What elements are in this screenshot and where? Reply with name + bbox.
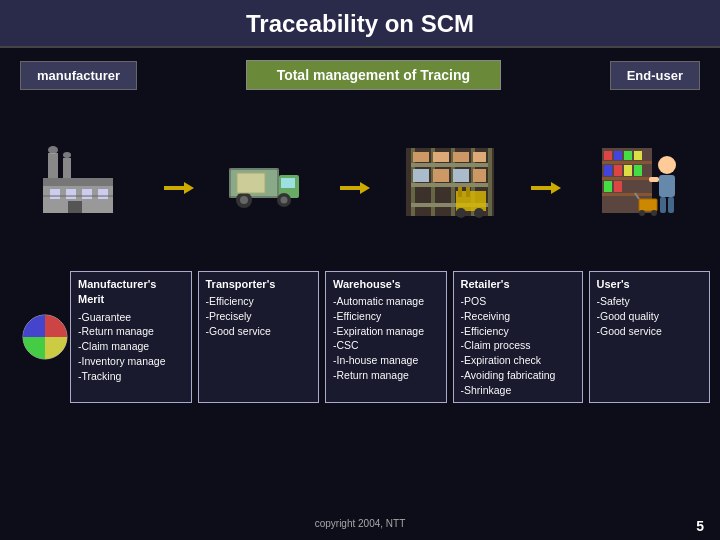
svg-rect-54 [604,165,612,176]
manufacturer-line-5: -Tracking [78,369,184,384]
header-row: manufacturer Total management of Tracing… [0,52,720,98]
arrow-1 [164,178,194,198]
svg-point-3 [63,152,71,158]
end-user-label: End-user [610,61,700,90]
svg-rect-35 [473,152,486,162]
svg-rect-57 [634,165,642,176]
svg-rect-56 [624,165,632,176]
transporter-line-1: -Efficiency [206,294,312,309]
manufacturer-line-1: -Guarantee [78,310,184,325]
transporter-line-3: -Good service [206,324,312,339]
svg-point-18 [240,196,248,204]
manufacturer-line-2: -Return manage [78,324,184,339]
svg-marker-22 [340,182,370,194]
warehouse-box: Warehouse's -Automatic manage -Efficienc… [325,271,447,403]
svg-rect-39 [473,169,486,182]
transporter-box: Transporter's -Efficiency -Precisely -Go… [198,271,320,403]
svg-rect-37 [433,169,449,182]
title-bar: Traceability on SCM [0,0,720,48]
factory-icon [38,143,128,223]
svg-rect-63 [668,197,674,213]
manufacturer-box-title: Manufacturer's Merit [78,277,184,308]
svg-point-2 [48,146,58,154]
user-line-3: -Good service [597,324,703,339]
copyright-text: copyright 2004, NTT [245,518,474,534]
svg-rect-49 [602,193,652,196]
pie-chart-icon [18,310,73,365]
arrow-3 [531,178,561,198]
svg-point-60 [658,156,676,174]
svg-rect-8 [82,189,92,199]
truck-container [229,153,304,213]
svg-rect-55 [614,165,622,176]
retailer-box: Retailer's -POS -Receiving -Efficiency -… [453,271,583,403]
slide-title: Traceability on SCM [246,10,474,37]
svg-rect-47 [602,161,652,164]
svg-rect-15 [281,178,295,188]
svg-rect-52 [624,151,632,160]
arrow-2 [340,178,370,198]
svg-rect-6 [50,189,60,199]
manufacturer-box: Manufacturer's Merit -Guarantee -Return … [70,271,192,403]
user-box: User's -Safety -Good quality -Good servi… [589,271,711,403]
user-box-title: User's [597,277,703,292]
svg-rect-41 [458,187,462,197]
warehouse-line-5: -In-house manage [333,353,439,368]
svg-rect-30 [411,183,488,187]
transporter-line-2: -Precisely [206,309,312,324]
warehouse-line-4: -CSC [333,338,439,353]
svg-rect-38 [453,169,469,182]
warehouse-line-6: -Return manage [333,368,439,383]
svg-rect-48 [602,177,652,180]
svg-rect-53 [634,151,642,160]
warehouse-box-title: Warehouse's [333,277,439,292]
bottom-section: Manufacturer's Merit -Guarantee -Return … [0,267,720,405]
svg-rect-65 [639,199,657,211]
svg-rect-10 [68,201,82,213]
store-container [597,143,682,223]
svg-rect-7 [66,189,76,199]
icons-row [0,98,720,263]
svg-rect-34 [453,152,469,162]
store-icon [597,143,682,223]
svg-rect-21 [237,173,265,193]
svg-rect-50 [604,151,612,160]
transporter-box-title: Transporter's [206,277,312,292]
warehouse-icon [406,143,496,223]
svg-rect-33 [433,152,449,162]
svg-rect-32 [413,152,429,162]
truck-icon [229,153,304,213]
svg-rect-5 [43,178,113,186]
svg-rect-28 [488,148,492,216]
retailer-line-7: -Shrinkage [461,383,575,398]
svg-rect-59 [614,181,622,192]
svg-marker-45 [531,182,561,194]
svg-point-67 [639,210,645,216]
svg-rect-64 [649,177,659,182]
retailer-box-title: Retailer's [461,277,575,292]
retailer-line-3: -Efficiency [461,324,575,339]
svg-point-44 [474,208,484,218]
pie-chart-container [18,310,73,369]
manufacturer-line-4: -Inventory manage [78,354,184,369]
svg-marker-12 [164,182,194,194]
slide: Traceability on SCM manufacturer Total m… [0,0,720,540]
retailer-line-4: -Claim process [461,338,575,353]
retailer-line-2: -Receiving [461,309,575,324]
footer: copyright 2004, NTT 5 [0,518,720,534]
svg-rect-42 [466,187,470,197]
retailer-line-1: -POS [461,294,575,309]
manufacturer-line-3: -Claim manage [78,339,184,354]
svg-rect-51 [614,151,622,160]
warehouse-line-3: -Expiration manage [333,324,439,339]
svg-point-43 [456,208,466,218]
retailer-line-5: -Expiration check [461,353,575,368]
svg-point-68 [651,210,657,216]
warehouse-line-2: -Efficiency [333,309,439,324]
svg-rect-58 [604,181,612,192]
warehouse-container [406,143,496,223]
warehouse-line-1: -Automatic manage [333,294,439,309]
svg-rect-9 [98,189,108,199]
user-line-1: -Safety [597,294,703,309]
user-line-2: -Good quality [597,309,703,324]
